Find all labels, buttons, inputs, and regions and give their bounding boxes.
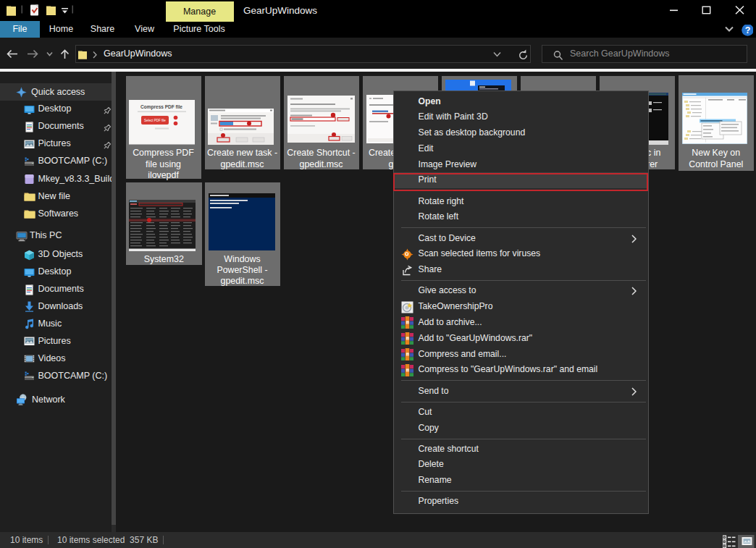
- svg-text:Select PDF file: Select PDF file: [144, 119, 166, 122]
- svg-text:?: ?: [745, 25, 751, 35]
- svg-text:Compress PDF file: Compress PDF file: [140, 104, 182, 110]
